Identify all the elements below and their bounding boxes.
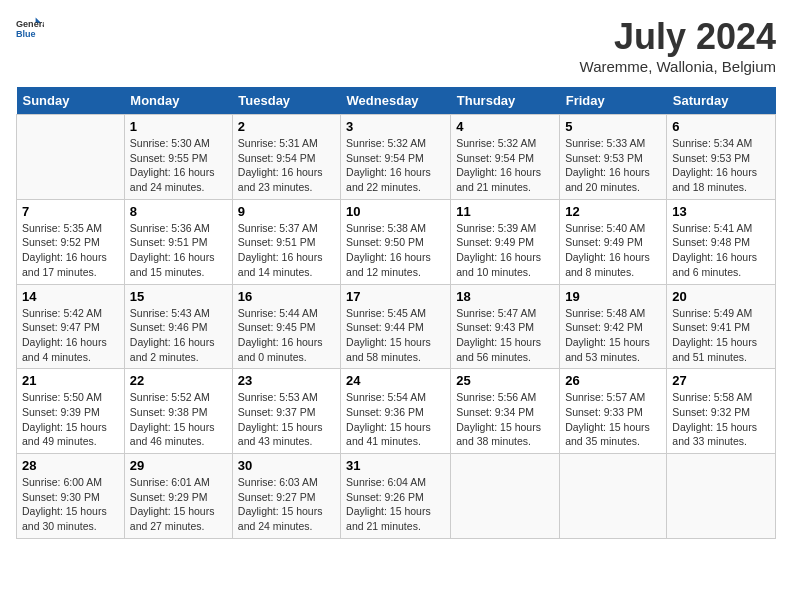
- date-number: 24: [346, 373, 445, 388]
- cell-w2-d2: 8 Sunrise: 5:36 AMSunset: 9:51 PMDayligh…: [124, 199, 232, 284]
- date-number: 27: [672, 373, 770, 388]
- date-number: 11: [456, 204, 554, 219]
- cell-w3-d4: 17 Sunrise: 5:45 AMSunset: 9:44 PMDaylig…: [341, 284, 451, 369]
- cell-w4-d4: 24 Sunrise: 5:54 AMSunset: 9:36 PMDaylig…: [341, 369, 451, 454]
- date-number: 10: [346, 204, 445, 219]
- cell-info: Sunrise: 5:33 AMSunset: 9:53 PMDaylight:…: [565, 137, 650, 193]
- svg-text:Blue: Blue: [16, 29, 36, 39]
- cell-info: Sunrise: 6:04 AMSunset: 9:26 PMDaylight:…: [346, 476, 431, 532]
- cell-w5-d2: 29 Sunrise: 6:01 AMSunset: 9:29 PMDaylig…: [124, 454, 232, 539]
- cell-w2-d5: 11 Sunrise: 5:39 AMSunset: 9:49 PMDaylig…: [451, 199, 560, 284]
- cell-info: Sunrise: 5:57 AMSunset: 9:33 PMDaylight:…: [565, 391, 650, 447]
- cell-info: Sunrise: 6:03 AMSunset: 9:27 PMDaylight:…: [238, 476, 323, 532]
- cell-w2-d7: 13 Sunrise: 5:41 AMSunset: 9:48 PMDaylig…: [667, 199, 776, 284]
- cell-w1-d7: 6 Sunrise: 5:34 AMSunset: 9:53 PMDayligh…: [667, 115, 776, 200]
- cell-w5-d3: 30 Sunrise: 6:03 AMSunset: 9:27 PMDaylig…: [232, 454, 340, 539]
- date-number: 28: [22, 458, 119, 473]
- cell-info: Sunrise: 5:56 AMSunset: 9:34 PMDaylight:…: [456, 391, 541, 447]
- date-number: 8: [130, 204, 227, 219]
- cell-info: Sunrise: 5:37 AMSunset: 9:51 PMDaylight:…: [238, 222, 323, 278]
- cell-info: Sunrise: 5:38 AMSunset: 9:50 PMDaylight:…: [346, 222, 431, 278]
- date-number: 30: [238, 458, 335, 473]
- svg-text:General: General: [16, 19, 44, 29]
- cell-w4-d2: 22 Sunrise: 5:52 AMSunset: 9:38 PMDaylig…: [124, 369, 232, 454]
- cell-info: Sunrise: 5:41 AMSunset: 9:48 PMDaylight:…: [672, 222, 757, 278]
- cell-w1-d4: 3 Sunrise: 5:32 AMSunset: 9:54 PMDayligh…: [341, 115, 451, 200]
- date-number: 13: [672, 204, 770, 219]
- cell-w3-d1: 14 Sunrise: 5:42 AMSunset: 9:47 PMDaylig…: [17, 284, 125, 369]
- col-tuesday: Tuesday: [232, 87, 340, 115]
- cell-w3-d3: 16 Sunrise: 5:44 AMSunset: 9:45 PMDaylig…: [232, 284, 340, 369]
- cell-w2-d1: 7 Sunrise: 5:35 AMSunset: 9:52 PMDayligh…: [17, 199, 125, 284]
- date-number: 5: [565, 119, 661, 134]
- col-thursday: Thursday: [451, 87, 560, 115]
- cell-w5-d7: [667, 454, 776, 539]
- cell-info: Sunrise: 6:01 AMSunset: 9:29 PMDaylight:…: [130, 476, 215, 532]
- cell-w4-d6: 26 Sunrise: 5:57 AMSunset: 9:33 PMDaylig…: [560, 369, 667, 454]
- date-number: 12: [565, 204, 661, 219]
- week-row-4: 21 Sunrise: 5:50 AMSunset: 9:39 PMDaylig…: [17, 369, 776, 454]
- date-number: 4: [456, 119, 554, 134]
- title-area: July 2024 Waremme, Wallonia, Belgium: [580, 16, 776, 75]
- date-number: 15: [130, 289, 227, 304]
- cell-info: Sunrise: 5:42 AMSunset: 9:47 PMDaylight:…: [22, 307, 107, 363]
- week-row-5: 28 Sunrise: 6:00 AMSunset: 9:30 PMDaylig…: [17, 454, 776, 539]
- cell-w3-d7: 20 Sunrise: 5:49 AMSunset: 9:41 PMDaylig…: [667, 284, 776, 369]
- cell-w4-d5: 25 Sunrise: 5:56 AMSunset: 9:34 PMDaylig…: [451, 369, 560, 454]
- cell-w1-d2: 1 Sunrise: 5:30 AMSunset: 9:55 PMDayligh…: [124, 115, 232, 200]
- cell-info: Sunrise: 5:48 AMSunset: 9:42 PMDaylight:…: [565, 307, 650, 363]
- cell-w5-d1: 28 Sunrise: 6:00 AMSunset: 9:30 PMDaylig…: [17, 454, 125, 539]
- date-number: 9: [238, 204, 335, 219]
- date-number: 2: [238, 119, 335, 134]
- header-row: Sunday Monday Tuesday Wednesday Thursday…: [17, 87, 776, 115]
- cell-w3-d6: 19 Sunrise: 5:48 AMSunset: 9:42 PMDaylig…: [560, 284, 667, 369]
- cell-w4-d7: 27 Sunrise: 5:58 AMSunset: 9:32 PMDaylig…: [667, 369, 776, 454]
- week-row-1: 1 Sunrise: 5:30 AMSunset: 9:55 PMDayligh…: [17, 115, 776, 200]
- col-saturday: Saturday: [667, 87, 776, 115]
- cell-info: Sunrise: 5:53 AMSunset: 9:37 PMDaylight:…: [238, 391, 323, 447]
- logo: GeneralBlue: [16, 16, 44, 44]
- date-number: 20: [672, 289, 770, 304]
- col-friday: Friday: [560, 87, 667, 115]
- date-number: 18: [456, 289, 554, 304]
- date-number: 1: [130, 119, 227, 134]
- cell-info: Sunrise: 6:00 AMSunset: 9:30 PMDaylight:…: [22, 476, 107, 532]
- cell-w3-d2: 15 Sunrise: 5:43 AMSunset: 9:46 PMDaylig…: [124, 284, 232, 369]
- cell-w1-d1: [17, 115, 125, 200]
- col-monday: Monday: [124, 87, 232, 115]
- cell-w3-d5: 18 Sunrise: 5:47 AMSunset: 9:43 PMDaylig…: [451, 284, 560, 369]
- cell-info: Sunrise: 5:52 AMSunset: 9:38 PMDaylight:…: [130, 391, 215, 447]
- cell-info: Sunrise: 5:43 AMSunset: 9:46 PMDaylight:…: [130, 307, 215, 363]
- subtitle: Waremme, Wallonia, Belgium: [580, 58, 776, 75]
- cell-w1-d3: 2 Sunrise: 5:31 AMSunset: 9:54 PMDayligh…: [232, 115, 340, 200]
- date-number: 17: [346, 289, 445, 304]
- cell-info: Sunrise: 5:32 AMSunset: 9:54 PMDaylight:…: [456, 137, 541, 193]
- cell-info: Sunrise: 5:58 AMSunset: 9:32 PMDaylight:…: [672, 391, 757, 447]
- cell-info: Sunrise: 5:31 AMSunset: 9:54 PMDaylight:…: [238, 137, 323, 193]
- cell-info: Sunrise: 5:44 AMSunset: 9:45 PMDaylight:…: [238, 307, 323, 363]
- cell-w1-d5: 4 Sunrise: 5:32 AMSunset: 9:54 PMDayligh…: [451, 115, 560, 200]
- cell-info: Sunrise: 5:39 AMSunset: 9:49 PMDaylight:…: [456, 222, 541, 278]
- cell-w2-d4: 10 Sunrise: 5:38 AMSunset: 9:50 PMDaylig…: [341, 199, 451, 284]
- date-number: 19: [565, 289, 661, 304]
- date-number: 25: [456, 373, 554, 388]
- date-number: 26: [565, 373, 661, 388]
- cell-info: Sunrise: 5:35 AMSunset: 9:52 PMDaylight:…: [22, 222, 107, 278]
- col-wednesday: Wednesday: [341, 87, 451, 115]
- date-number: 16: [238, 289, 335, 304]
- cell-w5-d5: [451, 454, 560, 539]
- date-number: 21: [22, 373, 119, 388]
- cell-info: Sunrise: 5:54 AMSunset: 9:36 PMDaylight:…: [346, 391, 431, 447]
- date-number: 31: [346, 458, 445, 473]
- date-number: 3: [346, 119, 445, 134]
- header: GeneralBlue July 2024 Waremme, Wallonia,…: [16, 16, 776, 75]
- cell-w2-d6: 12 Sunrise: 5:40 AMSunset: 9:49 PMDaylig…: [560, 199, 667, 284]
- main-title: July 2024: [580, 16, 776, 58]
- cell-w4-d3: 23 Sunrise: 5:53 AMSunset: 9:37 PMDaylig…: [232, 369, 340, 454]
- date-number: 29: [130, 458, 227, 473]
- cell-info: Sunrise: 5:50 AMSunset: 9:39 PMDaylight:…: [22, 391, 107, 447]
- cell-w1-d6: 5 Sunrise: 5:33 AMSunset: 9:53 PMDayligh…: [560, 115, 667, 200]
- date-number: 23: [238, 373, 335, 388]
- cell-w5-d6: [560, 454, 667, 539]
- col-sunday: Sunday: [17, 87, 125, 115]
